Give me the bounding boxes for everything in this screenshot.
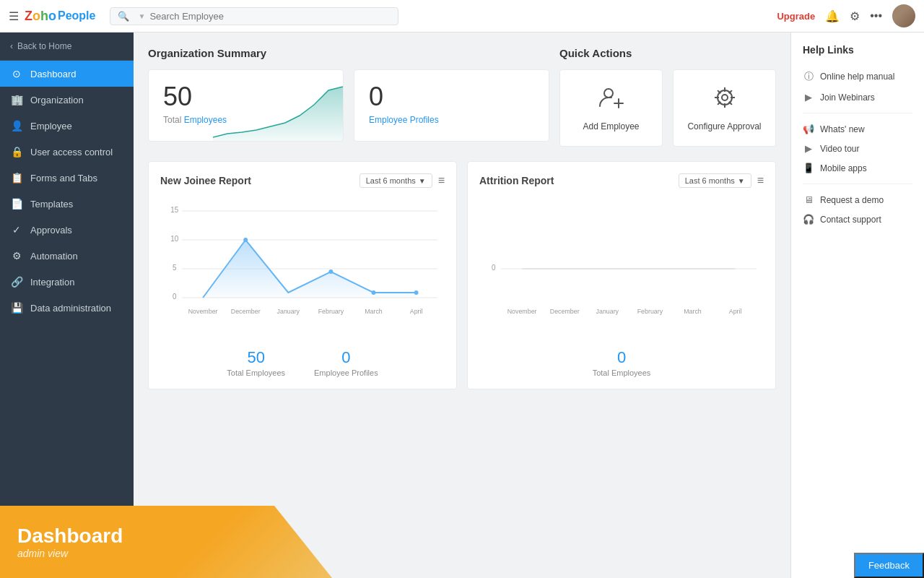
sidebar: ‹ Back to Home ⊙ Dashboard 🏢 Organizatio… — [0, 33, 134, 578]
back-label: Back to Home — [17, 41, 71, 51]
svg-text:April: April — [729, 308, 742, 315]
feedback-button[interactable]: Feedback — [854, 553, 924, 578]
approvals-icon: ✓ — [10, 224, 23, 236]
sidebar-item-user-access[interactable]: 🔒 User access control — [0, 139, 134, 165]
layout: ‹ Back to Home ⊙ Dashboard 🏢 Organizatio… — [0, 33, 924, 578]
sidebar-item-integration[interactable]: 🔗 Integration — [0, 269, 134, 295]
new-joinee-header: New Joinee Report Last 6 months ▼ ≡ — [160, 173, 445, 188]
organization-icon: 🏢 — [10, 94, 23, 105]
forms-icon: 📋 — [10, 172, 23, 184]
attrition-menu-icon[interactable]: ≡ — [757, 174, 764, 187]
quick-actions-cards: Add Employee — [559, 69, 776, 147]
video-tour-label: Video tour — [820, 144, 860, 154]
new-joinee-chart-area: 15 10 5 0 — [160, 197, 445, 341]
svg-text:0: 0 — [173, 293, 177, 301]
svg-text:February: February — [637, 308, 663, 315]
attrition-period-button[interactable]: Last 6 months ▼ — [679, 173, 751, 188]
sidebar-item-organization[interactable]: 🏢 Organization — [0, 87, 134, 113]
sidebar-item-label: Approvals — [30, 225, 72, 236]
svg-text:March: March — [365, 308, 383, 315]
new-joinee-total-label: Total Employees — [227, 368, 285, 377]
templates-icon: 📄 — [10, 198, 23, 210]
svg-point-25 — [414, 290, 419, 295]
svg-point-22 — [243, 238, 248, 242]
new-joinee-menu-icon[interactable]: ≡ — [438, 174, 445, 187]
employee-icon: 👤 — [10, 120, 23, 131]
quick-actions-title: Quick Actions — [559, 47, 776, 59]
hamburger-icon[interactable]: ☰ — [9, 9, 19, 23]
integration-icon: 🔗 — [10, 276, 23, 288]
search-dropdown-arrow[interactable]: ▼ — [138, 12, 145, 20]
data-admin-icon: 💾 — [10, 302, 23, 314]
back-chevron-icon: ‹ — [10, 41, 13, 51]
right-panel: Help Links ⓘ Online help manual ▶ Join W… — [790, 33, 924, 578]
sidebar-item-label: Integration — [30, 277, 74, 288]
add-employee-label: Add Employee — [583, 121, 639, 131]
sidebar-item-templates[interactable]: 📄 Templates — [0, 191, 134, 217]
webinars-label: Join Webinars — [820, 92, 875, 103]
svg-text:10: 10 — [170, 235, 178, 243]
search-input[interactable] — [149, 11, 391, 22]
help-link-request-demo[interactable]: 🖥 Request a demo — [803, 190, 912, 210]
new-joinee-report-card: New Joinee Report Last 6 months ▼ ≡ — [148, 161, 457, 389]
svg-text:5: 5 — [173, 264, 177, 272]
avatar[interactable] — [892, 4, 915, 27]
search-icon: 🔍 — [118, 11, 129, 22]
quick-actions-section: Quick Actions Add Employee — [559, 47, 776, 147]
request-demo-label: Request a demo — [820, 195, 884, 205]
sidebar-item-automation[interactable]: ⚙ Automation — [0, 243, 134, 269]
new-joinee-profiles-label: Employee Profiles — [314, 368, 378, 377]
svg-point-0 — [604, 89, 613, 98]
svg-text:February: February — [318, 308, 344, 315]
new-joinee-total-number: 50 — [227, 348, 285, 367]
svg-point-23 — [328, 269, 333, 274]
attrition-title: Attrition Report — [479, 175, 554, 186]
attrition-total: 0 Total Employees — [593, 348, 651, 377]
svg-text:April: April — [410, 308, 423, 315]
help-link-whats-new[interactable]: 📢 Whats' new — [803, 119, 912, 139]
org-summary-section: Organization Summary 50 Total Employees — [148, 47, 549, 142]
configure-approval-card[interactable]: Configure Approval — [673, 69, 776, 147]
bell-icon[interactable]: 🔔 — [825, 9, 840, 23]
mobile-apps-label: Mobile apps — [820, 163, 867, 173]
upgrade-button[interactable]: Upgrade — [777, 11, 815, 22]
attrition-total-number: 0 — [593, 348, 651, 367]
gear-icon[interactable]: ⚙ — [850, 9, 860, 23]
new-joinee-period-button[interactable]: Last 6 months ▼ — [359, 173, 432, 188]
video-tour-icon: ▶ — [803, 143, 814, 154]
banner-title: Dashboard — [17, 525, 315, 548]
add-employee-icon — [598, 85, 624, 116]
svg-text:December: December — [550, 308, 580, 315]
top-nav: ☰ Zoho People 🔍 ▼ Upgrade 🔔 ⚙ ••• — [0, 0, 924, 33]
svg-point-24 — [372, 290, 376, 295]
employees-mini-chart — [213, 83, 343, 141]
svg-point-5 — [722, 95, 728, 100]
help-link-contact-support[interactable]: 🎧 Contact support — [803, 210, 912, 229]
sidebar-item-approvals[interactable]: ✓ Approvals — [0, 217, 134, 243]
search-bar[interactable]: 🔍 ▼ — [110, 7, 398, 25]
add-employee-card[interactable]: Add Employee — [559, 69, 663, 147]
avatar-image — [892, 4, 915, 27]
configure-approval-label: Configure Approval — [687, 121, 761, 131]
sidebar-item-dashboard[interactable]: ⊙ Dashboard — [0, 61, 134, 87]
sidebar-item-employee[interactable]: 👤 Employee — [0, 113, 134, 139]
contact-support-label: Contact support — [820, 215, 881, 225]
help-link-manual[interactable]: ⓘ Online help manual — [803, 66, 912, 87]
attrition-chart: 0 November December January February Mar… — [479, 197, 764, 341]
help-link-mobile-apps[interactable]: 📱 Mobile apps — [803, 158, 912, 178]
svg-text:December: December — [231, 308, 261, 315]
help-link-webinars[interactable]: ▶ Join Webinars — [803, 87, 912, 107]
sidebar-item-label: Templates — [30, 199, 73, 210]
dashboard-banner: Dashboard admin view — [0, 506, 332, 578]
sidebar-item-forms-tabs[interactable]: 📋 Forms and Tabs — [0, 165, 134, 191]
back-to-home[interactable]: ‹ Back to Home — [0, 33, 134, 61]
help-link-video-tour[interactable]: ▶ Video tour — [803, 139, 912, 158]
help-divider-2 — [803, 184, 912, 184]
attrition-total-label: Total Employees — [593, 368, 651, 377]
attrition-stats: 0 Total Employees — [479, 341, 764, 377]
zoho-wordmark: Zoho — [25, 9, 56, 24]
new-joinee-profiles-number: 0 — [314, 348, 378, 367]
more-icon[interactable]: ••• — [870, 9, 882, 22]
sidebar-item-data-admin[interactable]: 💾 Data administration — [0, 295, 134, 321]
svg-text:November: November — [507, 308, 537, 315]
